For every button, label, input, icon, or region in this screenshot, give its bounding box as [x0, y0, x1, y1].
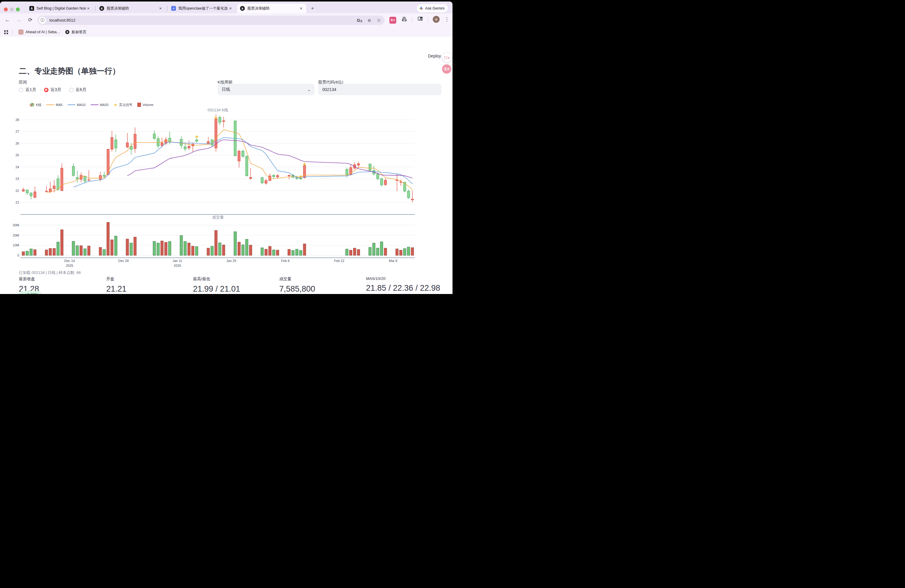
legend-ma5: MA5: [46, 103, 62, 106]
deploy-button[interactable]: Deploy: [428, 54, 441, 58]
svg-text:30M: 30M: [13, 223, 19, 227]
toolbar-divider: [412, 17, 412, 23]
bookmarks-bar: Ahead of AI | Seba... 新标签页: [0, 27, 452, 37]
radio-6m[interactable]: 近6月: [69, 87, 86, 92]
legend-volume: Volume: [137, 103, 154, 107]
metric-volume: 成交量7,585,800: [279, 277, 315, 294]
tab-openclaw-doc[interactable]: ≡ 我用openclaw做了一个量化选 ✕: [168, 3, 236, 13]
toolbar-divider: [428, 17, 428, 23]
sparkle-icon: ✦: [448, 56, 450, 60]
bookmark-ahead-of-ai[interactable]: Ahead of AI | Seba...: [19, 29, 60, 35]
translate-extension-icon[interactable]: 文A: [389, 17, 396, 24]
code-input-wrap: [318, 84, 441, 95]
translate-floating-button[interactable]: 文A: [442, 64, 451, 74]
tab-strip: A Self Blog | Digital Garden Noir ✕ ♛ 股票…: [0, 2, 452, 13]
reload-icon[interactable]: ⟳: [26, 16, 35, 25]
radio-1m[interactable]: 近1月: [19, 87, 36, 92]
close-tab-icon[interactable]: ✕: [158, 6, 163, 11]
svg-text:Jan 25: Jan 25: [227, 259, 237, 262]
close-tab-icon[interactable]: ✕: [86, 6, 90, 11]
google-translate-icon[interactable]: G文: [356, 16, 364, 24]
tab-title: 股票决策辅助: [247, 6, 298, 11]
new-tab-button[interactable]: +: [309, 5, 316, 12]
zoom-out-icon[interactable]: ⊖: [365, 16, 373, 24]
device-search-icon[interactable]: [416, 16, 424, 24]
svg-text:Feb 22: Feb 22: [334, 259, 344, 262]
ma5-line-icon: [46, 104, 54, 105]
tab-stock-helper-1[interactable]: ♛ 股票决策辅助 ✕: [96, 3, 166, 13]
svg-text:0: 0: [17, 254, 19, 257]
candlestick-volume-svg[interactable]: 2122232425262728010M20M30M002134 K线成交量De…: [0, 107, 452, 271]
delta-badge: ↑ +0.33%: [19, 291, 41, 294]
url-text[interactable]: localhost:8512: [49, 18, 356, 22]
radio-3m-selected[interactable]: 近3月: [44, 87, 61, 92]
svg-text:Feb 8: Feb 8: [281, 259, 289, 262]
close-window-button[interactable]: [4, 8, 8, 11]
radio-circle-icon[interactable]: [19, 88, 23, 92]
period-select-value: 日线: [218, 87, 307, 92]
tab-title: 股票决策辅助: [106, 6, 158, 11]
tab-favicon-crown-icon: ♛: [99, 6, 104, 11]
svg-text:20M: 20M: [13, 234, 19, 237]
metric-ma: MA5/10/2021.85 / 22.36 / 22.98: [366, 277, 440, 293]
back-icon[interactable]: ←: [3, 16, 12, 25]
radio-circle-selected-icon[interactable]: [44, 88, 49, 92]
svg-text:★: ★: [195, 134, 198, 139]
close-tab-icon[interactable]: ✕: [228, 6, 233, 11]
tab-self-blog[interactable]: A Self Blog | Digital Garden Noir ✕: [26, 3, 94, 13]
code-input[interactable]: [318, 84, 441, 95]
forward-icon[interactable]: →: [14, 16, 23, 25]
svg-text:22: 22: [16, 189, 19, 192]
bookmark-new-tab-page[interactable]: 新标签页: [65, 29, 86, 35]
radio-circle-icon[interactable]: [69, 88, 74, 92]
extensions-puzzle-icon[interactable]: [400, 16, 408, 24]
svg-text:2026: 2026: [174, 264, 181, 267]
bookmark-label: Ahead of AI | Seba...: [25, 30, 60, 34]
svg-text:10M: 10M: [13, 243, 19, 247]
svg-text:Dec 28: Dec 28: [118, 259, 129, 262]
period-select[interactable]: 日线 ⌄: [218, 84, 314, 95]
svg-text:26: 26: [16, 141, 19, 145]
load-status-text: 已加载 002134 | 日线 | 样本点数: 66: [19, 270, 81, 275]
zoom-window-button[interactable]: [16, 8, 20, 11]
tab-divider: [167, 6, 167, 11]
legend-kline: K线: [29, 103, 41, 107]
ask-gemini-button[interactable]: Ask Gemini: [417, 4, 448, 13]
tab-stock-helper-active[interactable]: ♛ 股票决策辅助 ✕: [237, 3, 306, 13]
svg-text:21: 21: [16, 200, 19, 204]
legend-ma10: MA10: [68, 103, 86, 106]
browser-menu-icon[interactable]: ⋮: [442, 15, 451, 24]
close-tab-icon[interactable]: ✕: [298, 6, 303, 11]
minimize-window-button[interactable]: [10, 8, 14, 11]
gemini-diamond-icon: [419, 6, 423, 11]
svg-text:2025: 2025: [66, 264, 73, 267]
candle-icon: [29, 103, 35, 107]
apps-grid-icon[interactable]: [4, 30, 6, 32]
legend-buy-signal: ★ 买点信号: [113, 102, 132, 107]
extension-capture-button[interactable]: ✦: [442, 53, 452, 62]
site-info-icon[interactable]: ⓘ: [39, 17, 46, 24]
radio-label: 近6月: [76, 87, 86, 92]
tab-favicon-crown-icon: ♛: [240, 6, 245, 11]
profile-avatar[interactable]: qi: [433, 16, 440, 23]
svg-text:27: 27: [16, 130, 19, 133]
svg-text:★: ★: [214, 116, 218, 120]
tab-divider: [95, 6, 95, 11]
bookmark-star-icon[interactable]: ☆: [375, 16, 383, 24]
address-bar[interactable]: ⓘ localhost:8512 G文 ⊖ ☆: [37, 16, 384, 25]
svg-text:28: 28: [16, 118, 19, 122]
browser-toolbar: ← → ⟳ ⓘ localhost:8512 G文 ⊖ ☆ 文A qi ⋮: [0, 13, 452, 27]
tab-title: 我用openclaw做了一个量化选: [178, 6, 228, 11]
stock-chart[interactable]: 2122232425262728010M20M30M002134 K线成交量De…: [0, 107, 452, 271]
metric-high-low: 最高/最低21.99 / 21.01: [193, 277, 240, 294]
svg-text:002134 K线: 002134 K线: [208, 108, 229, 112]
legend-ma20: MA20: [90, 103, 109, 106]
svg-text:成交量: 成交量: [212, 215, 224, 219]
svg-text:25: 25: [16, 153, 19, 157]
metric-open: 开盘21.21: [106, 277, 127, 294]
ask-gemini-label: Ask Gemini: [425, 6, 445, 11]
svg-text:Dec 14: Dec 14: [64, 259, 75, 262]
radio-label: 近3月: [51, 87, 61, 92]
chrome-icon: [65, 30, 70, 34]
tab-favicon-a-icon: A: [29, 6, 34, 11]
